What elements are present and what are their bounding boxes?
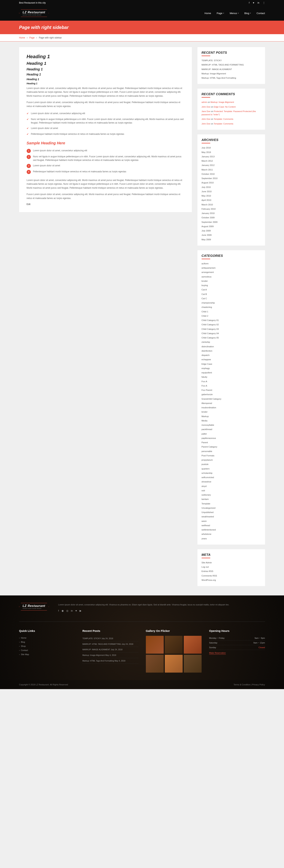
category-link[interactable]: antiquarianism <box>201 266 261 270</box>
archive-link[interactable]: March 2010 <box>201 203 261 207</box>
category-link[interactable]: years <box>201 536 261 541</box>
archive-link[interactable]: July 2009 <box>201 229 261 233</box>
footer-logo[interactable]: LZ Restaurant GOOD FOOD GOOD MOOD <box>19 603 49 611</box>
archive-link[interactable]: January 2012 <box>201 163 261 167</box>
category-link[interactable]: Cat C <box>201 297 261 301</box>
gallery-thumb[interactable] <box>146 636 164 654</box>
category-link[interactable]: Parent <box>201 440 261 445</box>
quick-link[interactable]: Home <box>19 636 75 640</box>
category-link[interactable]: aciform <box>201 261 261 266</box>
archive-link[interactable]: January 2013 <box>201 154 261 159</box>
category-link[interactable]: Child 2 <box>201 314 261 318</box>
category-link[interactable]: personable <box>201 449 261 454</box>
recent-post-link[interactable]: Markup: HTML Tags And Formatting <box>201 76 261 80</box>
category-link[interactable]: Grandchild Category <box>201 397 261 401</box>
gallery-thumb[interactable] <box>184 655 201 673</box>
category-link[interactable]: Media <box>201 418 261 423</box>
category-link[interactable]: Child Category 01 <box>201 318 261 322</box>
footer-post-item[interactable]: MARKUP: HTML TAGS AND FORMATTING July 24… <box>83 642 138 647</box>
category-link[interactable]: monosyllable <box>201 423 261 427</box>
category-link[interactable]: gaberlunzie <box>201 392 261 397</box>
category-link[interactable]: asmodeus <box>201 275 261 279</box>
quick-link[interactable]: Site Map <box>19 652 75 656</box>
archive-link[interactable]: March 2011 <box>201 167 261 172</box>
category-link[interactable]: Uncategorized <box>201 506 261 510</box>
facebook-icon[interactable]: f <box>249 1 249 4</box>
nav-menus[interactable]: Menus▾ <box>230 12 239 14</box>
archive-link[interactable]: June 2010 <box>201 189 261 194</box>
category-link[interactable]: championship <box>201 301 261 305</box>
category-link[interactable]: scholarship <box>201 471 261 475</box>
category-link[interactable]: packthread <box>201 427 261 432</box>
category-link[interactable]: disinclination <box>201 344 261 349</box>
archive-link[interactable]: September 2010 <box>201 176 261 181</box>
category-link[interactable]: Parent Category <box>201 445 261 449</box>
twitter-icon[interactable]: ♥ <box>253 1 254 4</box>
category-link[interactable]: papilionaceous <box>201 436 261 440</box>
category-link[interactable]: Foo A <box>201 379 261 384</box>
gallery-thumb[interactable] <box>165 655 183 673</box>
gallery-thumb[interactable] <box>184 636 201 654</box>
archive-link[interactable]: March 2012 <box>201 159 261 163</box>
category-link[interactable]: Edge Case <box>201 362 261 366</box>
archive-link[interactable]: August 2010 <box>201 181 261 185</box>
nav-blog[interactable]: Blog▾ <box>244 12 251 14</box>
archive-link[interactable]: June 2009 <box>201 233 261 237</box>
category-link[interactable]: dispatch <box>201 353 261 358</box>
archive-link[interactable]: May 2010 <box>201 194 261 198</box>
nav-page[interactable]: Page▾ <box>217 12 224 14</box>
category-link[interactable]: fatuity <box>201 375 261 379</box>
comment-author[interactable]: John Doe <box>201 118 211 120</box>
category-link[interactable]: wellhead <box>201 523 261 528</box>
linkedin-icon[interactable]: in <box>257 1 259 4</box>
category-link[interactable]: Cat B <box>201 292 261 297</box>
crumb-page[interactable]: Page <box>29 36 35 39</box>
meta-link[interactable]: Log out <box>201 565 261 569</box>
category-link[interactable]: ween <box>201 519 261 523</box>
logo[interactable]: LZ Restaurant GOOD FOOD GOOD MOOD <box>19 9 49 17</box>
category-link[interactable]: Unpublished <box>201 510 261 515</box>
comment-author[interactable]: John Doe <box>201 123 211 125</box>
linkedin-icon[interactable]: in <box>71 609 73 612</box>
nav-contact[interactable]: Contact <box>257 12 265 14</box>
category-link[interactable]: Child Category 02 <box>201 322 261 327</box>
category-link[interactable]: Child Category 05 <box>201 336 261 340</box>
category-link[interactable]: quartern <box>201 467 261 471</box>
comment-author[interactable]: admin <box>201 101 207 103</box>
terms-link[interactable]: Terms & Condition <box>233 683 250 686</box>
footer-post-item[interactable]: TEMPLATE: STICKY July 24, 2018 <box>83 636 138 642</box>
comment-post[interactable]: Template: Comments <box>214 118 233 120</box>
instagram-icon[interactable]: ◎ <box>66 609 68 612</box>
comment-author[interactable]: John Doe <box>201 106 211 108</box>
category-link[interactable]: Cat A <box>201 287 261 292</box>
edit-link[interactable]: Edit <box>27 203 31 206</box>
category-link[interactable]: broder <box>201 279 261 283</box>
make-reservation-link[interactable]: Make Reservation <box>209 652 226 655</box>
archive-link[interactable]: October 2010 <box>201 172 261 176</box>
list-item[interactable]: Lorem ipsum dolor sit amet, consectetur … <box>27 111 184 117</box>
archive-link[interactable]: May 2018 <box>201 150 261 154</box>
category-link[interactable]: Child Category 03 <box>201 327 261 331</box>
quick-link[interactable]: Shop <box>19 644 75 648</box>
category-link[interactable]: Child 1 <box>201 310 261 314</box>
category-link[interactable]: buying <box>201 283 261 287</box>
quick-link[interactable]: Blog <box>19 640 75 644</box>
pinterest-icon[interactable]: ◉ <box>62 609 64 612</box>
category-link[interactable]: clerkship <box>201 340 261 344</box>
recent-post-link[interactable]: MARKUP: IMAGE ALIGNMENT <box>201 67 261 71</box>
archive-link[interactable]: October 2009 <box>201 216 261 220</box>
archive-link[interactable]: September 2009 <box>201 220 261 224</box>
comment-post[interactable]: Edge Case: No Content <box>214 106 235 108</box>
archive-link[interactable]: February 2010 <box>201 207 261 211</box>
comment-post[interactable]: Template: Comments <box>214 123 233 125</box>
youtube-icon[interactable]: ▶ <box>80 609 82 612</box>
gallery-thumb[interactable] <box>146 655 164 673</box>
category-link[interactable]: wellintentioned <box>201 528 261 532</box>
recent-post-link[interactable]: MARKUP: HTML TAGS AND FORMATTING <box>201 63 261 67</box>
category-link[interactable]: sub <box>201 489 261 493</box>
meta-link[interactable]: Comments RSS <box>201 574 261 578</box>
category-link[interactable]: Markup <box>201 414 261 418</box>
category-link[interactable]: showshoe <box>201 479 261 484</box>
category-link[interactable]: Post Formats <box>201 454 261 458</box>
recent-post-link[interactable]: Markup: Image Alignment <box>201 71 261 76</box>
